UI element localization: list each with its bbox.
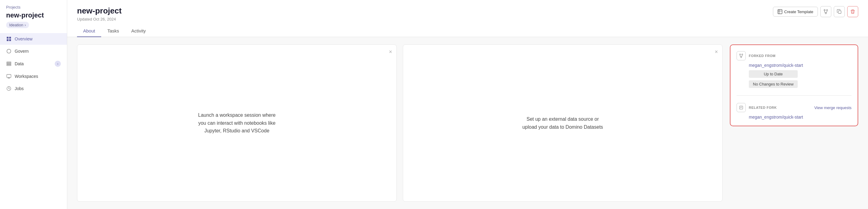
overview-icon [6, 36, 11, 42]
view-merge-requests-link[interactable]: View merge requests [814, 105, 851, 110]
sidebar-item-label: Data [15, 61, 24, 66]
workspace-card: × Launch a workspace session where you c… [77, 45, 397, 202]
sidebar-project-title: new-project [0, 11, 67, 22]
fork-header: FORKED FROM [737, 51, 851, 60]
svg-rect-22 [838, 11, 841, 14]
project-updated: Updated Oct 26, 2024 [77, 17, 122, 22]
svg-rect-6 [7, 63, 11, 64]
datasource-card-text: Set up an external data source or upload… [520, 115, 606, 131]
related-fork-section: RELATED FORK View merge requests megan_e… [737, 103, 851, 120]
svg-rect-3 [9, 39, 11, 41]
tab-activity[interactable]: Activity [125, 25, 152, 37]
main-content: new-project Updated Oct 26, 2024 Create … [67, 0, 868, 209]
ideation-badge[interactable]: Ideation › [6, 22, 29, 28]
datasource-card: × Set up an external data source or uplo… [403, 45, 722, 202]
project-info: new-project Updated Oct 26, 2024 [77, 6, 122, 22]
svg-point-19 [827, 9, 828, 11]
related-fork-title-row: RELATED FORK View merge requests [749, 105, 851, 110]
svg-rect-8 [7, 75, 11, 78]
data-badge: › [55, 61, 61, 67]
tab-about[interactable]: About [77, 25, 101, 37]
govern-icon [6, 48, 11, 54]
up-to-date-button[interactable]: Up to Date [749, 70, 798, 78]
right-panel: FORKED FROM megan_engstrom/quick-start U… [730, 45, 858, 126]
forked-from-section: FORKED FROM megan_engstrom/quick-start U… [737, 51, 851, 88]
sidebar-item-label: Govern [15, 49, 29, 54]
jobs-icon [6, 86, 11, 91]
related-fork-header: RELATED FORK View merge requests [737, 103, 851, 112]
fork-header-icon [737, 51, 746, 60]
sidebar-item-govern[interactable]: Govern [0, 45, 67, 57]
header-top: new-project Updated Oct 26, 2024 Create … [77, 6, 858, 25]
header-actions: Create Template [773, 6, 858, 17]
fork-symbol-icon [739, 54, 743, 58]
sidebar-nav: Overview Govern Data › [0, 33, 67, 95]
related-fork-label: RELATED FORK [749, 106, 777, 109]
related-fork-icon [737, 103, 746, 112]
sidebar-item-jobs[interactable]: Jobs [0, 83, 67, 95]
svg-rect-2 [7, 39, 8, 41]
fork-button[interactable] [820, 6, 831, 17]
forked-from-label: FORKED FROM [749, 54, 775, 58]
svg-rect-1 [9, 37, 11, 38]
svg-point-23 [740, 54, 741, 55]
sidebar-item-label: Workspaces [15, 74, 38, 79]
tabs: About Tasks Activity [77, 25, 858, 37]
copy-button[interactable] [834, 6, 845, 17]
projects-link[interactable]: Projects [0, 5, 67, 11]
workspaces-icon [6, 74, 11, 79]
related-fork-link[interactable]: megan_engstrom/quick-start [749, 114, 851, 120]
svg-point-24 [742, 54, 743, 55]
svg-point-14 [8, 88, 9, 89]
create-template-label: Create Template [784, 9, 813, 14]
workspace-card-close[interactable]: × [389, 49, 392, 55]
create-template-button[interactable]: Create Template [773, 7, 818, 17]
svg-rect-7 [7, 65, 11, 66]
svg-point-4 [7, 49, 11, 53]
fork-icon [824, 9, 828, 14]
sidebar-item-overview[interactable]: Overview [0, 33, 67, 45]
workspace-card-text: Launch a workspace session where you can… [194, 111, 280, 135]
main-header: new-project Updated Oct 26, 2024 Create … [67, 0, 868, 37]
svg-rect-0 [7, 37, 8, 38]
sidebar-item-data[interactable]: Data › [0, 58, 67, 70]
related-fork-symbol-icon [739, 105, 743, 110]
svg-rect-5 [7, 62, 11, 63]
delete-icon [850, 9, 855, 14]
panel-divider [737, 95, 851, 96]
cards-area: × Launch a workspace session where you c… [77, 45, 722, 202]
content-area: × Launch a workspace session where you c… [67, 37, 868, 209]
sidebar-item-workspaces[interactable]: Workspaces [0, 71, 67, 82]
delete-button[interactable] [847, 6, 858, 17]
sidebar: Projects new-project Ideation › Overview [0, 0, 67, 209]
svg-rect-27 [740, 106, 743, 109]
no-changes-button[interactable]: No Changes to Review [749, 80, 798, 88]
sidebar-item-label: Overview [15, 36, 32, 42]
sidebar-item-label: Jobs [15, 86, 24, 91]
forked-from-link[interactable]: megan_engstrom/quick-start [749, 63, 851, 68]
copy-icon [837, 9, 842, 14]
ideation-chevron-icon: › [25, 23, 26, 27]
svg-rect-15 [778, 9, 782, 14]
data-icon [6, 61, 11, 67]
ideation-label: Ideation [9, 23, 23, 27]
tab-tasks[interactable]: Tasks [101, 25, 125, 37]
svg-point-18 [824, 9, 825, 11]
template-icon [778, 9, 782, 14]
project-name: new-project [77, 6, 122, 16]
datasource-card-close[interactable]: × [715, 49, 718, 55]
